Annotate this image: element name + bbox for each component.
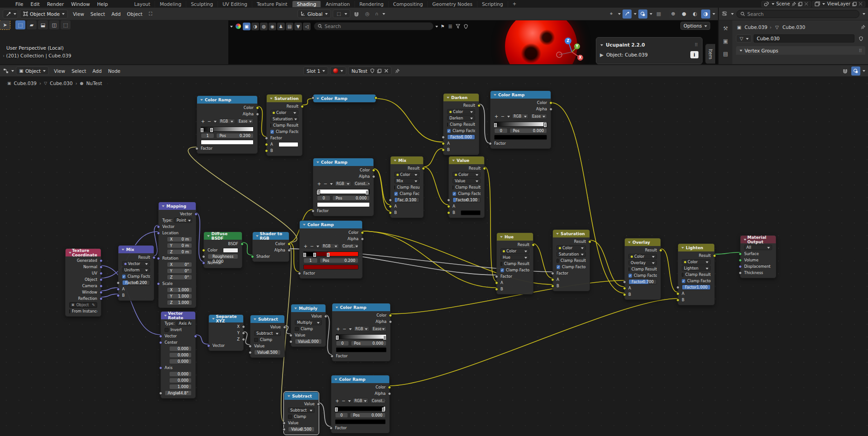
node-material-output[interactable]: Material OutputAllSurfaceVolumeDisplacem… (740, 235, 776, 278)
stop-position-field[interactable]: Pos0.000 (509, 128, 547, 133)
socket[interactable] (623, 293, 626, 296)
menu-item-add[interactable]: Add (90, 68, 105, 74)
menu-item-file[interactable]: File (12, 1, 27, 7)
viewlayer-selector[interactable]: ViewLayer (812, 1, 865, 7)
interpolation-dropdown[interactable]: Ease (237, 118, 254, 124)
ramp-stop[interactable] (336, 336, 339, 340)
stop-position-field[interactable]: Pos0.200 (320, 258, 359, 263)
dropdown-color[interactable]: Color (500, 248, 529, 254)
remove-stop-button[interactable]: − (207, 119, 212, 124)
socket[interactable] (157, 225, 160, 228)
socket[interactable] (623, 280, 626, 284)
ramp-stop[interactable] (317, 190, 320, 194)
socket[interactable] (495, 275, 498, 278)
color-ramp-gradient[interactable] (335, 406, 386, 411)
unlink-material-button[interactable] (384, 69, 388, 73)
node-darken[interactable]: DarkenResultColorDarkenClamp Result✓Clam… (443, 93, 479, 155)
menu-item-select[interactable]: Select (68, 68, 89, 74)
type-dropdown[interactable]: Point (174, 218, 192, 223)
slider-factor[interactable]: Factor1.000 (682, 284, 711, 290)
select-box-tool-button[interactable]: ➤ (0, 20, 10, 29)
breadcrumb-item[interactable]: Cube.030 (50, 81, 73, 86)
remove-stop-button[interactable]: − (342, 327, 347, 332)
menu-item-view[interactable]: View (70, 11, 87, 17)
number-field[interactable]: Z0 m (167, 249, 192, 255)
checkbox[interactable]: ✓ (453, 192, 456, 196)
workspace-tab-sculpting[interactable]: Sculpting (186, 1, 218, 7)
socket[interactable] (249, 345, 252, 348)
color-ramp-gradient[interactable] (303, 251, 359, 256)
menu-item-help[interactable]: Help (94, 1, 112, 7)
workspace-tab-rendering[interactable]: Rendering (355, 1, 389, 7)
dropdown-overlay[interactable]: Overlay (628, 260, 657, 265)
socket[interactable] (489, 142, 492, 145)
shading-material-button[interactable]: ◐ (690, 9, 699, 19)
stop-position-field[interactable]: Pos0.200 (216, 133, 254, 138)
color-ramp-gradient[interactable] (494, 122, 547, 127)
color-mode-dropdown[interactable]: RGB (321, 243, 339, 249)
number-field[interactable]: Y0 m (167, 243, 192, 248)
color-ramp-gradient[interactable] (201, 127, 254, 132)
socket[interactable] (117, 294, 120, 297)
node-value-mix[interactable]: ValueResultColorValueClamp Result✓Clamp … (448, 156, 485, 218)
select-mode-difference-button[interactable]: ◫ (49, 20, 59, 29)
dropdown-darken[interactable]: Darken (447, 115, 475, 121)
speaker-icon[interactable]: ◁ (303, 23, 311, 30)
editor-type-icon[interactable] (3, 68, 9, 74)
number-field[interactable]: Y1.000 (167, 294, 192, 299)
socket[interactable] (659, 249, 662, 252)
snap-toggle[interactable] (352, 9, 361, 19)
number-field[interactable]: Z0° (167, 275, 192, 280)
checkbox[interactable]: ✓ (122, 275, 126, 279)
node-overlay[interactable]: OverlayResultColorOverlayClamp Result✓Cl… (624, 238, 661, 300)
number-field[interactable]: 0.000 (169, 352, 192, 358)
interpolation-dropdown[interactable]: Const.. (341, 243, 359, 249)
socket[interactable] (202, 255, 205, 258)
socket[interactable] (288, 249, 291, 252)
properties-editor-type-icon[interactable] (722, 11, 728, 17)
socket[interactable] (739, 265, 742, 268)
socket[interactable] (265, 149, 268, 152)
ramp-stop[interactable] (383, 336, 386, 340)
socket[interactable] (588, 240, 591, 243)
ramp-stop[interactable] (313, 253, 316, 257)
options-button[interactable]: Options (680, 22, 710, 30)
socket[interactable] (194, 335, 197, 338)
info-button[interactable]: i (690, 51, 698, 58)
socket[interactable] (447, 205, 450, 208)
tab-object[interactable]: ▣ (721, 37, 731, 46)
breadcrumb-data[interactable]: Cube.030 (783, 24, 806, 30)
menu-item-edit[interactable]: Edit (27, 1, 43, 7)
checkbox[interactable]: ✓ (628, 274, 632, 278)
number-field[interactable]: 0.000 (169, 346, 192, 351)
socket[interactable] (283, 422, 286, 425)
socket[interactable] (317, 403, 320, 406)
slider-factor[interactable]: Factor0.100 (453, 197, 481, 203)
socket[interactable] (676, 286, 679, 289)
ramp-stop[interactable] (201, 128, 203, 132)
socket[interactable] (739, 259, 742, 262)
breadcrumb-item[interactable]: Cube.039 (14, 81, 37, 86)
overlays-toggle[interactable] (638, 9, 647, 19)
dropdown-value[interactable]: Value (453, 178, 481, 184)
dropdown-color[interactable]: Color (682, 259, 711, 265)
stop-color-swatch[interactable] (201, 140, 254, 145)
socket[interactable] (202, 249, 205, 252)
node-color-ramp-5[interactable]: Color RampColorAlpha+−RGBConst..0Pos0.00… (331, 375, 390, 433)
socket[interactable] (549, 108, 552, 111)
remove-stop-button[interactable]: − (500, 114, 505, 119)
field-value[interactable]: Value0.500 (288, 427, 315, 432)
node-separate-xyz[interactable]: Separate XYZXYZVector (208, 314, 244, 351)
shading-rendered-button[interactable]: ◑ (701, 9, 710, 19)
stop-color-swatch[interactable] (336, 347, 387, 352)
color-mode-dropdown[interactable]: RGB (335, 181, 351, 186)
workspace-tab-shading[interactable]: Shading (292, 1, 321, 7)
pin-material-icon[interactable] (395, 69, 400, 73)
shield-icon[interactable] (462, 23, 469, 29)
socket[interactable] (713, 254, 716, 257)
checkbox[interactable] (254, 338, 258, 342)
add-stop-button[interactable]: + (303, 244, 308, 249)
socket[interactable] (532, 243, 535, 246)
node-snap-toggle[interactable] (840, 66, 849, 76)
socket[interactable] (324, 315, 327, 318)
